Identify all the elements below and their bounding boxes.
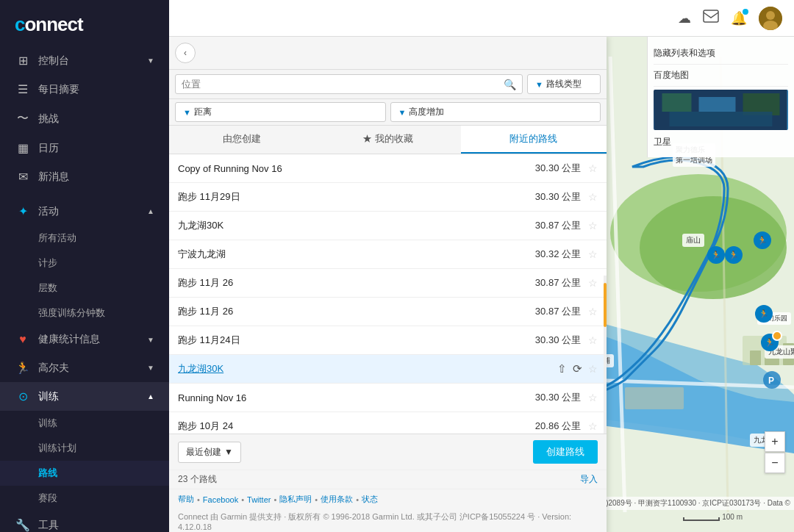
map-user-icon-2: 🏃 xyxy=(725,246,743,264)
sidebar-item-tools[interactable]: 🔧 工具 xyxy=(0,511,169,532)
list-item[interactable]: 宁波九龙湖 30.32 公里 ☆ xyxy=(169,240,607,269)
route-star[interactable]: ☆ xyxy=(588,220,598,231)
list-item[interactable]: Copy of Running Nov 16 30.30 公里 ☆ xyxy=(169,154,607,183)
sidebar-sub-floors[interactable]: 层数 xyxy=(0,276,169,301)
sidebar-sub-training-plan[interactable]: 训练计划 xyxy=(0,436,169,461)
back-button[interactable]: ‹ xyxy=(175,43,196,63)
sidebar-sub-training[interactable]: 训练 xyxy=(0,411,169,436)
satellite-thumbnail[interactable] xyxy=(654,90,788,130)
list-item[interactable]: 跑步 11月 26 30.87 公里 ☆ xyxy=(169,298,607,326)
tab-nearby[interactable]: 附近的路线 xyxy=(461,126,607,154)
hide-list-option[interactable]: 隐藏列表和选项 xyxy=(654,43,788,65)
sidebar-sub-steps[interactable]: 计步 xyxy=(0,251,169,276)
list-item[interactable]: Running Nov 16 30.30 公里 ☆ xyxy=(169,384,607,412)
map-user-icon-3: 🏃 xyxy=(754,231,771,249)
tab-favorites[interactable]: ★ 我的收藏 xyxy=(315,126,460,154)
tab-created[interactable]: 由您创建 xyxy=(169,126,315,154)
route-star[interactable]: ☆ xyxy=(588,277,598,289)
svg-rect-20 xyxy=(699,97,736,112)
route-star[interactable]: ☆ xyxy=(588,248,598,260)
distance-label: 距离 xyxy=(194,106,212,118)
sidebar-sub-intensity[interactable]: 强度训练分钟数 xyxy=(0,301,169,326)
satellite-label[interactable]: 卫星 xyxy=(654,133,788,151)
cloud-icon[interactable]: ☁ xyxy=(678,10,691,26)
create-route-button[interactable]: 创建路线 xyxy=(533,440,598,464)
list-item[interactable]: 跑步 11月29日 30.30 公里 ☆ xyxy=(169,183,607,212)
sort-label: 最近创建 xyxy=(186,446,221,459)
route-star[interactable]: ☆ xyxy=(588,420,598,432)
route-star[interactable]: ☆ xyxy=(588,191,598,203)
tab-favorites-label: ★ 我的收藏 xyxy=(362,133,413,144)
sub-item-label: 赛段 xyxy=(38,492,57,505)
zoom-out-button[interactable]: − xyxy=(765,453,785,473)
sidebar-item-golf[interactable]: 🏃 高尔夫 ▼ xyxy=(0,353,169,382)
route-star[interactable]: ☆ xyxy=(588,392,598,403)
filter-row-2: ▼ 距离 ▼ 高度增加 xyxy=(169,99,607,126)
route-type-label: 路线类型 xyxy=(546,78,582,90)
route-star[interactable]: ☆ xyxy=(588,306,598,317)
sidebar-sub-all-activities[interactable]: 所有活动 xyxy=(0,226,169,251)
sidebar-item-messages[interactable]: ✉ 新消息 xyxy=(0,162,169,191)
route-name: 跑步 11月24日 xyxy=(178,334,535,347)
sidebar-item-health[interactable]: ♥ 健康统计信息 ▼ xyxy=(0,326,169,353)
help-link[interactable]: 帮助 xyxy=(178,494,194,505)
map-user-icon-4: 🏃 xyxy=(755,305,773,323)
list-item[interactable]: 九龙湖30K 30.87 公里 ☆ xyxy=(169,212,607,240)
privacy-link[interactable]: 隐私声明 xyxy=(279,494,312,505)
poi-label-miao: 庙山 xyxy=(682,234,704,247)
map-container: P ‹ 🔍 ▼ 路线类型 xyxy=(169,37,794,532)
route-star[interactable]: ☆ xyxy=(588,334,598,346)
sidebar-item-activities[interactable]: ✦ 活动 ▲ xyxy=(0,197,169,226)
sort-select[interactable]: 最近创建 ▼ xyxy=(178,442,241,463)
twitter-link[interactable]: Twitter xyxy=(247,495,271,504)
route-type-filter[interactable]: ▼ 路线类型 xyxy=(527,74,601,94)
status-link[interactable]: 状态 xyxy=(362,494,378,505)
calendar-icon: ▦ xyxy=(15,141,31,155)
activities-icon: ✦ xyxy=(15,204,31,218)
route-actions: ⇧ ⟳ xyxy=(557,362,582,375)
svg-rect-17 xyxy=(625,387,684,409)
map-orange-dot-1 xyxy=(772,331,782,341)
list-item[interactable]: 跑步 10月 24 20.86 公里 ☆ xyxy=(169,412,607,434)
list-item[interactable]: 跑步 11月 26 30.87 公里 ☆ xyxy=(169,269,607,298)
inbox-icon[interactable] xyxy=(703,10,719,26)
sidebar-item-label: 日历 xyxy=(38,142,59,155)
route-list[interactable]: Copy of Running Nov 16 30.30 公里 ☆ 跑步 11月… xyxy=(169,154,607,434)
sidebar-item-label: 新消息 xyxy=(38,170,69,184)
list-item-selected[interactable]: 九龙湖30K ⇧ ⟳ ☆ xyxy=(169,355,607,384)
location-search[interactable]: 🔍 xyxy=(175,74,523,94)
route-star[interactable]: ☆ xyxy=(588,363,598,375)
baidu-map-option[interactable]: 百度地图 xyxy=(654,65,788,87)
sidebar-sub-segments[interactable]: 赛段 xyxy=(0,486,169,511)
import-link[interactable]: 导入 xyxy=(580,473,598,486)
route-panel: ‹ 🔍 ▼ 路线类型 ▼ 距离 ▼ xyxy=(169,37,607,532)
panel-footer2: Connect 由 Garmin 提供支持 · 版权所有 © 1996-2018… xyxy=(169,509,607,532)
terms-link[interactable]: 使用条款 xyxy=(321,494,353,505)
location-search-input[interactable] xyxy=(182,79,504,90)
edit-icon[interactable]: ⟳ xyxy=(573,362,582,375)
sidebar-sub-routes[interactable]: 路线 xyxy=(0,461,169,486)
notification-icon[interactable]: 🔔 xyxy=(731,10,747,26)
list-item[interactable]: 跑步 11月24日 30.30 公里 ☆ xyxy=(169,326,607,355)
sidebar-item-training[interactable]: ⊙ 训练 ▲ xyxy=(0,382,169,411)
tabs-row: 由您创建 ★ 我的收藏 附近的路线 xyxy=(169,126,607,154)
sidebar-item-challenge[interactable]: 〜 挑战 xyxy=(0,104,169,134)
dashboard-icon: ⊞ xyxy=(15,54,31,68)
route-star[interactable]: ☆ xyxy=(588,162,598,174)
elevation-filter[interactable]: ▼ 高度增加 xyxy=(390,102,601,122)
avatar[interactable] xyxy=(759,7,782,30)
route-distance: 30.87 公里 xyxy=(535,305,581,318)
sub-item-label: 层数 xyxy=(38,281,57,295)
facebook-link[interactable]: Facebook xyxy=(203,495,238,504)
share-icon[interactable]: ⇧ xyxy=(557,362,567,375)
panel-top: ‹ xyxy=(169,37,607,70)
zoom-in-button[interactable]: + xyxy=(765,431,785,452)
scroll-thumb xyxy=(604,283,607,327)
sidebar-item-calendar[interactable]: ▦ 日历 xyxy=(0,134,169,162)
sidebar-item-daily[interactable]: ☰ 每日摘要 xyxy=(0,75,169,104)
sidebar-item-label: 挑战 xyxy=(38,112,59,126)
map-scale: 100 m xyxy=(683,513,743,521)
distance-filter[interactable]: ▼ 距离 xyxy=(175,102,386,122)
sidebar-item-dashboard[interactable]: ⊞ 控制台 ▼ xyxy=(0,46,169,75)
footer-copyright: Connect 由 Garmin 提供支持 · 版权所有 © 1996-2018… xyxy=(178,512,571,531)
